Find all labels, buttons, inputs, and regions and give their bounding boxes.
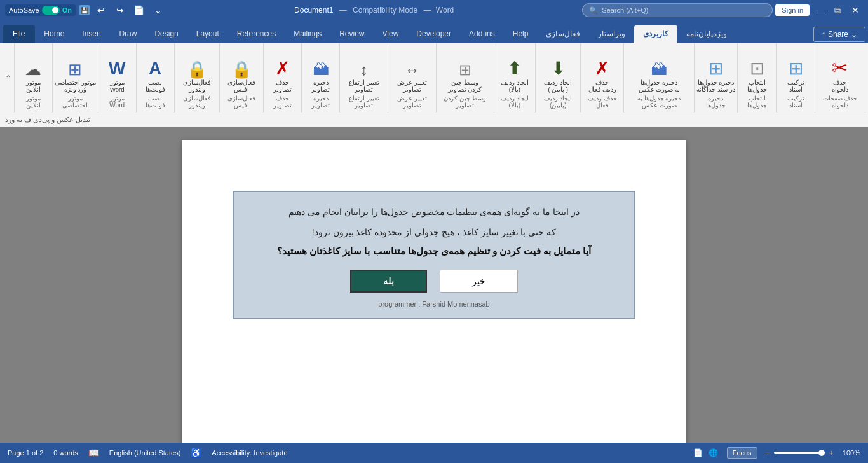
btn-img-width[interactable]: ↔ تغییر عرضتصاویر [395,60,430,95]
btn-select-tables[interactable]: ⊡ انتخابجدول‌ها [744,58,770,95]
zoom-out-icon[interactable]: − [765,448,770,458]
ribbon-group-content-fonts: A نصبفونت‌ها [142,46,169,95]
btn-add-row-up[interactable]: ⬆ ایجاد ردیف(بالا) [499,58,530,95]
btn-delete-pages-label: حذفدلخواه [832,79,848,93]
group-label-save-tables: ذخیره جدول‌ها [700,95,732,110]
btn-motor-online[interactable]: ☁ موتورآنلاین [20,59,46,95]
autosave-switch[interactable] [42,6,60,15]
btn-save-tables-img[interactable]: 🏔 ذخیره جدول‌هابه صورت عکس [636,59,682,95]
btn-del-row[interactable]: ✗ حذفردیف فعال [586,58,618,95]
group-label-del-img: حذف تصاویر [269,95,296,110]
ribbon-collapse[interactable]: ⌃ [3,43,14,113]
zoom-slider[interactable] [774,452,825,454]
tab-addins[interactable]: Add-ins [460,25,504,43]
group-label-merge: ترکیب اسناد [782,95,810,110]
search-box[interactable]: 🔍 Search (Alt+Q) [582,3,773,17]
btn-motor-online-label: موتورآنلاین [26,79,41,93]
autosave-state: On [62,6,72,14]
btn-add-row-down-label: ایجاد ردیف( پایین ) [544,79,572,93]
status-words[interactable]: 0 words [53,449,78,457]
ribbon-group-content-save-imgs: 🏔 ذخیرهتصاویر [307,46,334,95]
btn-fonts-label: نصبفونت‌ها [146,79,165,93]
tab-draw[interactable]: Draw [110,25,146,43]
img-width-icon: ↔ [405,62,420,78]
compat-mode: — [339,6,347,15]
tab-view[interactable]: View [374,25,408,43]
tab-insert[interactable]: Insert [73,25,110,43]
btn-motor-special-label: موتور اختصاصیوُرد ویژه [55,79,97,93]
ribbon-group-content-width: ↔ تغییر عرضتصاویر [393,46,430,95]
btn-activate-win[interactable]: 🔒 فعال‌سازیویندوز [180,59,214,95]
tab-home[interactable]: Home [35,25,73,43]
tab-file[interactable]: File [3,25,35,43]
status-accessibility[interactable]: Accessibility: Investigate [212,449,287,457]
ribbon-group-select-tables: ⊡ انتخابجدول‌ها انتخاب جدول‌ها [738,43,777,113]
ribbon-group-motor-word: W موتورWord موتور Word [98,43,137,113]
status-language[interactable]: English (United States) [109,449,181,457]
btn-install-fonts[interactable]: A نصبفونت‌ها [142,58,168,95]
add-row-up-icon: ⬆ [507,60,522,78]
view-print-icon[interactable]: 📄 [693,447,704,459]
sign-in-btn[interactable]: Sign in [775,4,810,16]
zoom-in-icon[interactable]: + [829,448,834,458]
tab-design[interactable]: Design [146,25,187,43]
ribbon: ✂ حذفدلخواه حذف صفحات دلخواه ⊞ ترکیباسنا… [0,43,868,113]
cloud-icon: ☁ [25,61,41,78]
minimize-btn[interactable]: — [812,3,827,18]
group-label-motor-word: موتور Word [104,95,131,110]
btn-save-img[interactable]: 🏔 ذخیرهتصاویر [308,59,334,95]
close-btn[interactable]: ✕ [848,3,863,18]
share-icon: ↑ [822,30,825,39]
btn-select-tables-label: انتخابجدول‌ها [747,79,767,93]
autosave-label: AutoSave [9,6,39,14]
zoom-control: − + 100% [765,448,860,458]
tab-mailings[interactable]: Mailings [285,25,330,43]
status-page[interactable]: Page 1 of 2 [8,449,43,457]
ribbon-group-fonts: A نصبفونت‌ها نصب فونت‌ها [137,43,175,113]
btn-del-img[interactable]: ✗ حذفتصاویر [270,58,295,95]
btn-img-height[interactable]: ↕ تغییر ارتفاعتصاویر [346,60,382,95]
btn-add-row-down[interactable]: ⬇ ایجاد ردیف( پایین ) [541,58,574,95]
tab-help[interactable]: Help [504,25,538,43]
group-label-delete-pages: حذف صفحات دلخواه [820,95,860,110]
dialog-btn-yes[interactable]: بله [350,270,427,293]
btn-center-img-label: وسط چینکردن تصاویر [448,79,482,93]
save-icon[interactable]: 💾 [79,5,90,15]
status-left: Page 1 of 2 0 words 📖 English (United St… [8,448,288,458]
autosave-toggle[interactable]: AutoSave On [5,4,76,16]
new-doc-icon[interactable]: 📄 [132,3,147,18]
tab-developer[interactable]: Developer [407,25,460,43]
redo-btn[interactable]: ↪ [112,3,128,18]
btn-delete-pages[interactable]: ✂ حذفدلخواه [827,57,853,95]
restore-btn[interactable]: ⧉ [830,3,845,18]
ribbon-group-save-tables: ⊞ ذخیره جدول‌هادر سند جداگانه ذخیره جدول… [695,43,738,113]
customize-btn[interactable]: ⌄ [151,3,166,18]
btn-save-tables[interactable]: ⊞ ذخیره جدول‌هادر سند جداگانه [700,58,732,95]
btn-activate-office[interactable]: 🔒 فعال‌سازیآفیس [225,59,258,95]
btn-motor-word[interactable]: W موتورWord [104,58,130,95]
ribbon-group-img-height: ↕ تغییر ارتفاعتصاویر تغییر ارتفاع تصاویر [340,43,388,113]
zoom-thumb[interactable] [818,450,825,456]
share-label: Share [828,30,848,39]
tab-farsi3[interactable]: ویژه‌پایان‌نامه [677,25,736,43]
tab-review[interactable]: Review [330,25,373,43]
ribbon-group-content-height: ↕ تغییر ارتفاعتصاویر [345,46,383,95]
ribbon-group-content-merge: ⊞ ترکیباسناد [782,46,810,95]
select-tables-icon: ⊡ [750,60,764,78]
tab-references[interactable]: References [228,25,285,43]
tab-active[interactable]: کاربردی [634,25,677,43]
tab-layout[interactable]: Layout [187,25,228,43]
share-button[interactable]: ↑ Share ⌄ [813,27,865,42]
btn-center-img[interactable]: ⊞ وسط چینکردن تصاویر [445,60,485,95]
ribbon-group-content-motor-word: W موتورWord [104,46,131,95]
btn-merge[interactable]: ⊞ ترکیباسناد [783,58,808,95]
zoom-level[interactable]: 100% [837,449,860,457]
focus-btn[interactable]: Focus [727,447,757,459]
dialog-btn-no[interactable]: خیر [440,270,518,293]
view-web-icon[interactable]: 🌐 [708,447,719,459]
tab-farsi1[interactable]: فعال‌سازی [537,25,589,43]
undo-btn[interactable]: ↩ [93,3,109,18]
btn-motor-special[interactable]: ⊞ موتور اختصاصیوُرد ویژه [58,59,93,95]
tab-farsi2[interactable]: ویراستار [589,25,634,43]
group-label-motor-online: موتور آنلاین [20,95,47,110]
